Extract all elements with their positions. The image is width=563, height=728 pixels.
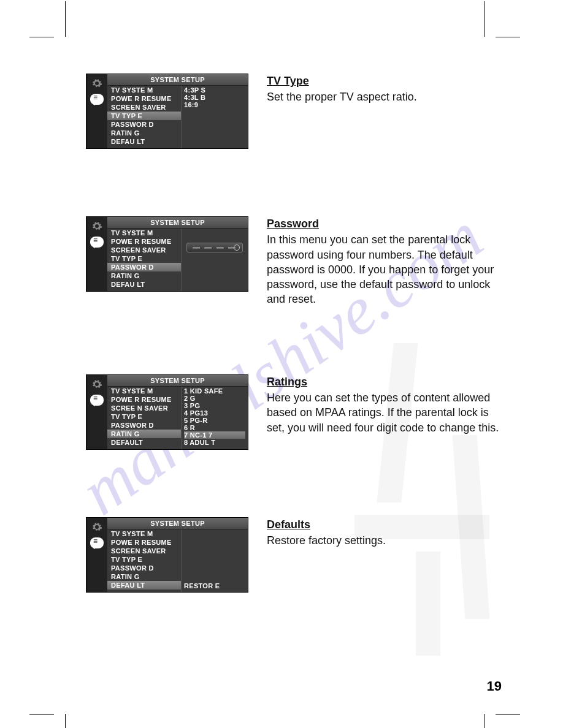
menu-item: TV SYSTE M [107,229,181,237]
speech-icon [90,94,104,105]
section-title-tvtype: TV Type [267,74,502,88]
gear-icon [91,379,102,390]
password-field: — — — — [186,243,243,252]
menu-item-selected: RATIN G [107,430,181,438]
gear-icon [91,221,102,232]
osd-password: SYSTEM SETUP TV SYSTE M POWE R RESUME SC… [86,216,248,292]
section-text-tvtype: Set the proper TV aspect ratio. [267,91,417,103]
menu-item: POWE R RESUME [107,538,181,547]
menu-item: DEFAU LT [107,280,181,289]
submenu-option: 6 R [184,424,245,431]
osd-title: SYSTEM SETUP [107,518,248,529]
osd-submenu-defaults: RESTOR E [181,529,248,592]
section-tvtype: SYSTEM SETUP TV SYSTE M POWE R RESUME SC… [86,74,502,149]
section-title-ratings: Ratings [267,374,502,389]
submenu-option-selected: 7 NC-1 7 [184,431,245,439]
menu-item: SCREE N SAVER [107,404,181,412]
menu-item: RATIN G [107,271,181,280]
menu-item: TV SYSTE M [107,86,181,94]
menu-item: SCREEN SAVER [107,103,181,112]
lock-icon [234,245,240,251]
menu-item: TV TYP E [107,555,181,564]
submenu-option: 1 KID SAFE [184,387,245,395]
section-text-ratings: Here you can set the types of content al… [267,392,499,434]
menu-item: TV SYSTE M [107,387,181,395]
osd-submenu-ratings: 1 KID SAFE 2 G 3 PG 4 PG13 5 PG-R 6 R 7 … [181,387,248,449]
menu-item: POWE R RESUME [107,395,181,404]
menu-item: DEFAULT [107,438,181,447]
section-text-password: In this menu you can set the parental lo… [267,233,494,305]
osd-title: SYSTEM SETUP [107,74,248,86]
submenu-option: 4:3L B [184,94,245,101]
menu-item: POWE R RESUME [107,237,181,246]
speech-icon [90,395,104,406]
section-text-defaults: Restore factory settings. [267,534,386,547]
menu-item: TV TYP E [107,412,181,421]
osd-title: SYSTEM SETUP [107,375,248,387]
osd-menu-tvtype: TV SYSTE M POWE R RESUME SCREEN SAVER TV… [107,86,181,148]
submenu-option: 4 PG13 [184,409,245,417]
menu-item: PASSWOR D [107,421,181,430]
submenu-option: 5 PG-R [184,417,245,424]
menu-item: TV TYP E [107,254,181,263]
gear-icon [91,78,102,89]
osd-menu-defaults: TV SYSTE M POWE R RESUME SCREEN SAVER TV… [107,529,181,592]
osd-defaults: SYSTEM SETUP TV SYSTE M POWE R RESUME SC… [86,517,248,593]
osd-submenu-tvtype: 4:3P S 4:3L B 16:9 [181,86,248,148]
osd-tvtype: SYSTEM SETUP TV SYSTE M POWE R RESUME SC… [86,74,248,149]
submenu-option: 3 PG [184,402,245,409]
section-ratings: SYSTEM SETUP TV SYSTE M POWE R RESUME SC… [86,374,502,450]
submenu-option: RESTOR E [184,582,245,590]
menu-item: DEFAU LT [107,137,181,146]
submenu-option: 16:9 [184,101,245,108]
section-defaults: SYSTEM SETUP TV SYSTE M POWE R RESUME SC… [86,517,502,593]
menu-item-selected: PASSWOR D [107,263,181,271]
section-title-password: Password [267,216,502,231]
section-title-defaults: Defaults [267,517,502,532]
osd-menu-password: TV SYSTE M POWE R RESUME SCREEN SAVER TV… [107,229,181,291]
osd-ratings: SYSTEM SETUP TV SYSTE M POWE R RESUME SC… [86,374,248,450]
menu-item: SCREEN SAVER [107,246,181,254]
menu-item: TV SYSTE M [107,529,181,538]
speech-icon [90,537,104,548]
menu-item: PASSWOR D [107,120,181,129]
speech-icon [90,237,104,248]
page-content: SYSTEM SETUP TV SYSTE M POWE R RESUME SC… [86,74,502,673]
menu-item: RATIN G [107,129,181,137]
menu-item-selected: TV TYP E [107,112,181,120]
menu-item: POWE R RESUME [107,94,181,103]
osd-menu-ratings: TV SYSTE M POWE R RESUME SCREE N SAVER T… [107,387,181,449]
osd-title: SYSTEM SETUP [107,217,248,229]
submenu-option: 8 ADUL T [184,439,245,446]
menu-item-selected: DEFAU LT [107,581,181,590]
menu-item: SCREEN SAVER [107,547,181,555]
osd-submenu-password: — — — — [181,229,248,291]
menu-item: PASSWOR D [107,564,181,572]
section-password: SYSTEM SETUP TV SYSTE M POWE R RESUME SC… [86,216,502,307]
submenu-option: 2 G [184,395,245,402]
gear-icon [91,521,102,533]
menu-item: RATIN G [107,572,181,581]
submenu-option: 4:3P S [184,86,245,94]
page-number: 19 [487,678,502,694]
